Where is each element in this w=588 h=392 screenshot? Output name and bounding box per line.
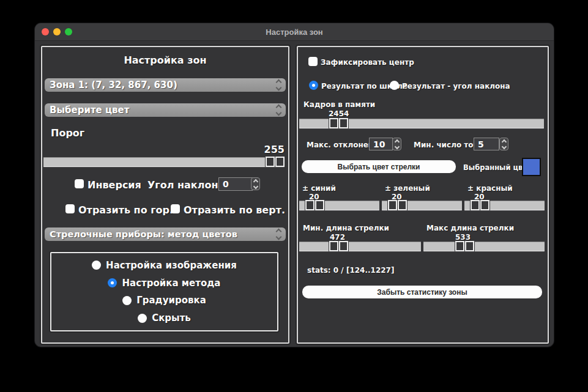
frames-label: Кадров в памяти [303, 100, 375, 109]
threshold-label: Порог [51, 127, 84, 139]
max-arrow-length-value: 533 [455, 233, 471, 242]
min-arrow-length-slider[interactable] [299, 242, 421, 251]
red-delta-label: ± красный [467, 184, 513, 193]
max-deviation-stepper[interactable] [392, 138, 401, 150]
color-select[interactable]: Выберите цвет [45, 103, 286, 117]
min-arrow-length-label: Мин. длина стрелки [303, 224, 389, 232]
mode-option-label: Градуировка [136, 295, 206, 306]
forget-zone-stats-button[interactable]: Забыть статистику зоны [302, 286, 542, 298]
fix-center-label: Зафиксировать центр [321, 58, 414, 67]
fix-center-checkbox[interactable] [308, 57, 318, 66]
mode-option-graduation[interactable]: Градуировка [122, 295, 206, 306]
green-delta-slider-thumb[interactable] [387, 200, 408, 210]
color-select-value: Выберите цвет [50, 105, 129, 116]
mode-option-label: Настройка метода [122, 278, 220, 289]
min-arrow-length-slider-thumb[interactable] [329, 241, 349, 251]
angle-value: 0 [223, 179, 229, 189]
max-arrow-length-slider-thumb[interactable] [455, 241, 475, 251]
window-title: Настройка зон [35, 28, 554, 37]
title-bar: Настройка зон [35, 23, 554, 41]
mode-option-method[interactable]: Настройка метода [108, 278, 220, 289]
method-select-value: Стрелочные приборы: метод цветов [50, 229, 237, 239]
red-delta-slider[interactable] [464, 201, 545, 210]
settings-window: Настройка зон Настройка зон Зона 1: (7, … [35, 23, 554, 347]
threshold-slider-thumb[interactable] [265, 157, 285, 167]
blue-delta-slider[interactable] [299, 201, 379, 210]
max-deviation-input[interactable]: 10 [369, 138, 393, 150]
flip-horizontal-label: Отразить по гор. [78, 204, 173, 216]
chevron-updown-icon [275, 229, 281, 239]
frames-slider-thumb[interactable] [329, 118, 349, 128]
blue-delta-slider-thumb[interactable] [305, 200, 325, 210]
threshold-slider[interactable] [43, 157, 285, 167]
chevron-updown-icon [275, 105, 281, 115]
green-delta-slider[interactable] [382, 201, 462, 210]
selected-color-swatch [522, 158, 541, 176]
angle-input[interactable]: 0 [218, 177, 253, 191]
result-angle-radio[interactable] [390, 81, 399, 90]
mode-option-image[interactable]: Настройка изображения [92, 260, 237, 271]
radio-button[interactable] [138, 314, 147, 323]
green-delta-label: ± зеленый [385, 184, 430, 193]
angle-stepper[interactable] [251, 177, 260, 190]
mode-groupbox: Настройка изображения Настройка метода Г… [50, 252, 278, 331]
mode-option-label: Настройка изображения [106, 260, 237, 271]
mode-option-hide[interactable]: Скрыть [138, 312, 191, 324]
max-deviation-value: 10 [373, 139, 385, 149]
inversion-label: Инверсия [87, 179, 141, 191]
threshold-value: 255 [264, 144, 285, 155]
frames-slider[interactable] [299, 119, 544, 128]
inversion-checkbox[interactable] [75, 179, 84, 188]
radio-button[interactable] [122, 296, 132, 305]
radio-button[interactable] [92, 261, 101, 270]
angle-label: Угол наклона [147, 179, 225, 191]
min-points-input[interactable]: 5 [474, 138, 499, 150]
method-settings-panel: Зафиксировать центр Результат по шкале Р… [297, 46, 549, 344]
chevron-updown-icon [275, 80, 281, 90]
pick-arrow-color-button[interactable]: Выбрать цвет стрелки [302, 160, 456, 173]
panel-title: Настройка зон [42, 54, 288, 66]
close-button[interactable] [42, 28, 49, 35]
minimize-button[interactable] [53, 28, 61, 35]
max-arrow-length-slider[interactable] [423, 242, 545, 251]
result-scale-radio[interactable] [309, 81, 318, 90]
zone-select[interactable]: Зона 1: (7, 32, 867, 630) [45, 78, 286, 92]
zone-settings-panel: Настройка зон Зона 1: (7, 32, 867, 630) … [41, 46, 289, 344]
mode-option-label: Скрыть [152, 312, 191, 324]
zone-select-value: Зона 1: (7, 32, 867, 630) [50, 80, 177, 91]
max-arrow-length-label: Макс длина стрелки [426, 224, 514, 232]
blue-delta-label: ± синий [302, 184, 336, 193]
radio-button[interactable] [108, 278, 117, 287]
min-points-value: 5 [478, 139, 484, 149]
stats-text: stats: 0 / [124..1227] [307, 266, 394, 275]
zoom-button[interactable] [65, 28, 72, 35]
red-delta-slider-thumb[interactable] [470, 200, 490, 210]
min-points-stepper[interactable] [499, 138, 508, 150]
result-angle-label: Результат - угол наклона [402, 82, 510, 91]
flip-vertical-label: Отразить по верт. [184, 204, 285, 216]
flip-vertical-checkbox[interactable] [171, 204, 180, 213]
method-select[interactable]: Стрелочные приборы: метод цветов [45, 227, 286, 241]
frames-value: 2454 [329, 109, 349, 118]
flip-horizontal-checkbox[interactable] [65, 204, 75, 213]
min-arrow-length-value: 472 [330, 233, 345, 242]
